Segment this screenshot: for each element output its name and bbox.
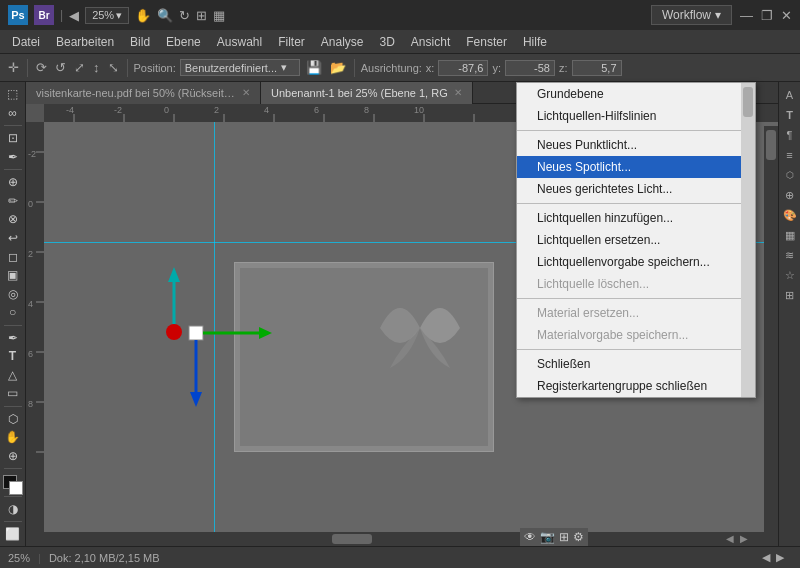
rpanel-btn-3[interactable]: ¶ [781,126,799,144]
status-scroll-left[interactable]: ◀ [762,551,770,564]
save-position-icon[interactable]: 💾 [304,58,324,77]
dd-scroll-thumb[interactable] [743,87,753,117]
menu-3d[interactable]: 3D [372,33,403,51]
rpanel-btn-6[interactable]: ⊕ [781,186,799,204]
gradient-tool[interactable]: ▣ [2,267,24,284]
crop-tool[interactable]: ⊡ [2,130,24,147]
dd-item-registerkartengruppe-schliessen[interactable]: Registerkartengruppe schließen [517,375,755,397]
tab-unbenannt[interactable]: Unbenannt-1 bei 25% (Ebene 1, RG ✕ [261,82,473,104]
rpanel-btn-1[interactable]: A [781,86,799,104]
rpanel-btn-8[interactable]: ▦ [781,226,799,244]
x-input[interactable]: -87,6 [438,60,488,76]
path-tool[interactable]: △ [2,367,24,384]
history-brush[interactable]: ↩ [2,230,24,247]
3d-tool[interactable]: ⬡ [2,410,24,427]
blur-tool[interactable]: ◎ [2,285,24,302]
grid-view-icon[interactable]: ⊞ [559,530,569,544]
pen-tool[interactable]: ✒ [2,329,24,346]
menu-auswahl[interactable]: Auswahl [209,33,270,51]
zoom-dropdown-icon[interactable]: ▾ [116,9,122,22]
tab-visitenkarte-close[interactable]: ✕ [242,87,250,98]
scroll-left-icon[interactable]: ◀ [726,533,734,544]
dd-item-lichtquellen-hilfslinien[interactable]: Lichtquellen-Hilfslinien [517,105,755,127]
eyedropper-tool[interactable]: ✒ [2,149,24,166]
text-tool[interactable]: T [2,348,24,365]
scrollbar-h-thumb[interactable] [332,534,372,544]
shape-tool[interactable]: ▭ [2,385,24,402]
svg-text:8: 8 [364,105,369,115]
zoom-tool-icon[interactable]: 🔍 [157,8,173,23]
3d-roll-icon[interactable]: ↺ [53,58,68,77]
dd-item-grundebene[interactable]: Grundebene [517,83,755,105]
y-input[interactable]: -58 [505,60,555,76]
3d-dropdown-menu: GrundebeneLichtquellen-HilfslinienNeues … [516,82,756,398]
load-position-icon[interactable]: 📂 [328,58,348,77]
status-scroll-right[interactable]: ▶ [776,551,784,564]
3d-rotate-icon[interactable]: ⟳ [34,58,49,77]
color-swatches[interactable] [3,475,23,490]
position-dropdown[interactable]: Benutzerdefiniert... ▾ [180,59,300,76]
scrollbar-horizontal[interactable]: ◀ ▶ [44,532,764,546]
hand-tool[interactable]: ✋ [2,429,24,446]
settings-icon[interactable]: ⚙ [573,530,584,544]
menu-ebene[interactable]: Ebene [158,33,209,51]
background-color[interactable] [9,481,23,495]
rpanel-btn-10[interactable]: ☆ [781,266,799,284]
hand-tool-icon[interactable]: ✋ [135,8,151,23]
z-input[interactable]: 5,7 [572,60,622,76]
arrow-back-icon[interactable]: ◀ [69,8,79,23]
camera-icon[interactable]: 📷 [540,530,555,544]
menu-analyse[interactable]: Analyse [313,33,372,51]
eraser-tool[interactable]: ◻ [2,248,24,265]
heal-tool[interactable]: ⊕ [2,174,24,191]
dd-item-schliessen[interactable]: Schließen [517,353,755,375]
menu-bild[interactable]: Bild [122,33,158,51]
workflow-button[interactable]: Workflow ▾ [651,5,732,25]
layout-icon[interactable]: ▦ [213,8,225,23]
menu-datei[interactable]: Datei [4,33,48,51]
dd-item-neues-gerichtetes-licht[interactable]: Neues gerichtetes Licht... [517,178,755,200]
dd-item-lichtquellen-hinzufuegen[interactable]: Lichtquellen hinzufügen... [517,207,755,229]
rpanel-btn-7[interactable]: 🎨 [781,206,799,224]
rpanel-btn-2[interactable]: T [781,106,799,124]
grid-icon[interactable]: ⊞ [196,8,207,23]
restore-button[interactable]: ❐ [761,8,773,23]
close-button[interactable]: ✕ [781,8,792,23]
menu-ansicht[interactable]: Ansicht [403,33,458,51]
scrollbar-vertical[interactable] [764,126,778,546]
dd-item-neues-spotlicht[interactable]: Neues Spotlicht... [517,156,755,178]
scroll-right-icon[interactable]: ▶ [740,533,748,544]
rpanel-btn-5[interactable]: ⬡ [781,166,799,184]
minimize-button[interactable]: — [740,8,753,23]
dd-item-neues-punktlicht[interactable]: Neues Punktlicht... [517,134,755,156]
tab-visitenkarte[interactable]: visitenkarte-neu.pdf bei 50% (Rückseite,… [26,82,261,104]
zoom-value[interactable]: 25% [92,9,114,21]
move-tool-icon[interactable]: ✛ [6,58,21,77]
dd-item-lichtquellen-ersetzen[interactable]: Lichtquellen ersetzen... [517,229,755,251]
clone-tool[interactable]: ⊗ [2,211,24,228]
lasso-tool[interactable]: ∞ [2,105,24,122]
3d-slide-icon[interactable]: ↕ [91,58,102,77]
zoom-tool[interactable]: ⊕ [2,448,24,465]
eye-icon[interactable]: 👁 [524,530,536,544]
menu-bearbeiten[interactable]: Bearbeiten [48,33,122,51]
brush-tool[interactable]: ✏ [2,192,24,209]
tab-unbenannt-close[interactable]: ✕ [454,87,462,98]
zoom-control[interactable]: 25% ▾ [85,7,129,24]
menu-fenster[interactable]: Fenster [458,33,515,51]
rotate-icon[interactable]: ↻ [179,8,190,23]
selection-tool[interactable]: ⬚ [2,86,24,103]
rpanel-btn-11[interactable]: ⊞ [781,286,799,304]
3d-pan-icon[interactable]: ⤢ [72,58,87,77]
menu-filter[interactable]: Filter [270,33,313,51]
dodge-tool[interactable]: ○ [2,304,24,321]
scrollbar-thumb[interactable] [766,130,776,160]
screen-mode[interactable]: ⬜ [2,526,24,543]
menu-hilfe[interactable]: Hilfe [515,33,555,51]
dd-item-lichtquellenvorgabe-speichern[interactable]: Lichtquellenvorgabe speichern... [517,251,755,273]
3d-scale-icon[interactable]: ⤡ [106,58,121,77]
rpanel-btn-9[interactable]: ≋ [781,246,799,264]
rpanel-btn-4[interactable]: ≡ [781,146,799,164]
quickmask-tool[interactable]: ◑ [2,500,24,517]
bridge-logo[interactable]: Br [34,5,54,25]
